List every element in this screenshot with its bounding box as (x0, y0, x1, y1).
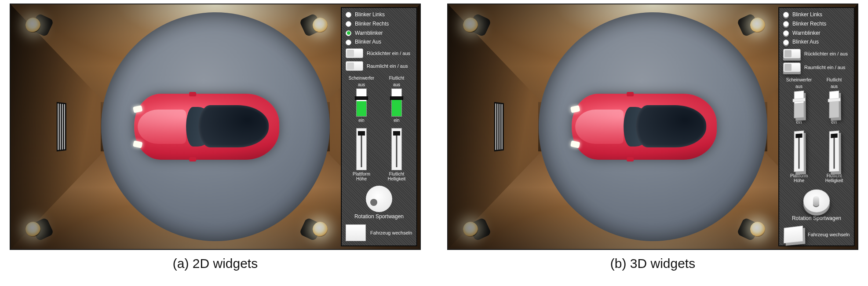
dial-icon[interactable] (366, 186, 392, 212)
softbox-left (57, 102, 66, 151)
radio-dot-icon[interactable] (783, 21, 789, 27)
dial-label: Rotation Sportwagen (354, 214, 404, 220)
radio-label: Blinker Links (355, 12, 385, 18)
rotation-dial[interactable]: Rotation Sportwagen (783, 187, 850, 222)
slider-floodlight[interactable]: Flutlicht aus ein (383, 76, 410, 123)
mirror-icon (189, 157, 196, 161)
radio-dot-icon[interactable] (346, 12, 351, 18)
toggle-label: Rücklichter ein / aus (804, 51, 848, 57)
onoff-slider-group: Scheinwerfer aus ein Flutlicht aus ein (346, 76, 412, 123)
control-panel-2d: Blinker LinksBlinker RechtsWarnblinkerBl… (341, 7, 417, 246)
vertical-slider-icon[interactable] (356, 128, 367, 170)
car-roof (636, 105, 706, 147)
button-label: Fahrzeug wechseln (808, 232, 850, 238)
slider-label: Scheinwerfer (786, 77, 812, 83)
toggle-switch-icon[interactable] (346, 48, 363, 58)
change-vehicle-button[interactable]: Fahrzeug wechseln (783, 226, 850, 243)
slider-platform-height[interactable]: Plattform Höhe (785, 130, 813, 183)
radio-label: Warnblinker (355, 30, 383, 37)
slider-on-label: ein (831, 120, 837, 125)
vertical-slider-icon[interactable] (794, 91, 804, 118)
radio-warnblinker[interactable]: Warnblinker (346, 30, 412, 37)
button-icon[interactable] (346, 224, 366, 241)
radio-label: Blinker Aus (355, 39, 381, 45)
slider-label: Scheinwerfer (349, 76, 374, 81)
button-label: Fahrzeug wechseln (370, 230, 412, 236)
caption-a: (a) 2D widgets (173, 256, 258, 271)
radio-dot-icon[interactable] (783, 40, 789, 45)
radio-blinker-links[interactable]: Blinker Links (346, 12, 412, 18)
radio-label: Blinker Aus (792, 39, 819, 45)
dial-label: Rotation Sportwagen (792, 216, 841, 222)
car-roof (198, 105, 269, 147)
toggle-label: Raumlicht ein / aus (804, 65, 846, 70)
slider-on-label: ein (796, 120, 802, 125)
headlight-icon (570, 140, 580, 148)
value-slider-group: Plattform Höhe Flutlicht Helligkeit (346, 128, 412, 182)
toggle-taillights[interactable]: Rücklichter ein / aus (346, 48, 412, 58)
onoff-slider-group: Scheinwerfer aus ein Flutlicht aus ein (783, 77, 850, 125)
toggle-roomlight[interactable]: Raumlicht ein / aus (346, 61, 412, 71)
radio-blinker-links[interactable]: Blinker Links (783, 12, 850, 18)
slider-on-label: ein (394, 118, 399, 123)
vertical-slider-icon[interactable] (829, 91, 839, 118)
caption-b: (b) 3D widgets (610, 256, 695, 271)
toggle-roomlight[interactable]: Raumlicht ein / aus (783, 62, 850, 73)
vertical-slider-icon[interactable] (391, 88, 402, 117)
toggle-taillights[interactable]: Rücklichter ein / aus (783, 48, 850, 59)
vertical-slider-icon[interactable] (356, 88, 367, 117)
slider-flood-brightness[interactable]: Flutlicht Helligkeit (821, 130, 848, 183)
radio-blinker-rechts[interactable]: Blinker Rechts (783, 21, 850, 27)
mirror-icon (627, 157, 634, 161)
slider-headlights[interactable]: Scheinwerfer aus ein (785, 77, 813, 125)
radio-label: Warnblinker (792, 30, 821, 37)
slider-label: Flutlicht (827, 77, 842, 83)
toggle-label: Rücklichter ein / aus (367, 51, 410, 56)
radio-dot-icon[interactable] (783, 30, 789, 36)
toggle-switch-icon[interactable] (783, 62, 801, 72)
subfigure-a: Blinker LinksBlinker RechtsWarnblinkerBl… (10, 4, 421, 271)
toggle-label: Raumlicht ein / aus (367, 63, 408, 69)
vertical-slider-icon[interactable] (391, 128, 402, 170)
car-hood (575, 110, 624, 144)
slider-headlights[interactable]: Scheinwerfer aus ein (348, 76, 375, 123)
radio-blinker-aus[interactable]: Blinker Aus (783, 39, 850, 45)
rotation-dial[interactable]: Rotation Sportwagen (346, 186, 412, 220)
slider-on-label: ein (358, 118, 364, 123)
radio-dot-icon[interactable] (346, 30, 351, 36)
mirror-icon (189, 92, 196, 96)
toggle-switch-icon[interactable] (346, 61, 363, 71)
radio-warnblinker[interactable]: Warnblinker (783, 30, 850, 37)
car-hood (138, 110, 186, 144)
vertical-slider-icon[interactable] (794, 130, 804, 172)
subfigure-b: Blinker LinksBlinker RechtsWarnblinkerBl… (447, 4, 858, 271)
radio-label: Blinker Links (792, 12, 822, 18)
slider-off-label: aus (795, 84, 802, 89)
headlight-icon (132, 140, 142, 148)
radio-dot-icon[interactable] (783, 12, 789, 18)
slider-platform-height[interactable]: Plattform Höhe (348, 128, 375, 182)
slider-off-label: aus (393, 82, 400, 88)
slider-label: Flutlicht Helligkeit (383, 172, 410, 182)
scene-a: Blinker LinksBlinker RechtsWarnblinkerBl… (10, 4, 421, 250)
button-icon[interactable] (784, 226, 803, 244)
slider-off-label: aus (358, 82, 365, 88)
radio-blinker-rechts[interactable]: Blinker Rechts (346, 21, 412, 27)
scene-b: Blinker LinksBlinker RechtsWarnblinkerBl… (447, 4, 858, 250)
toggle-switch-icon[interactable] (783, 49, 801, 59)
radio-dot-icon[interactable] (346, 40, 351, 45)
dial-icon[interactable] (803, 189, 830, 212)
slider-floodlight[interactable]: Flutlicht aus ein (821, 77, 848, 125)
radio-dot-icon[interactable] (346, 21, 351, 27)
slider-flood-brightness[interactable]: Flutlicht Helligkeit (383, 128, 410, 182)
car-sportscar (134, 94, 279, 160)
slider-label: Flutlicht Helligkeit (821, 173, 848, 183)
softbox-left (494, 102, 504, 151)
control-panel-3d: Blinker LinksBlinker RechtsWarnblinkerBl… (778, 7, 855, 246)
radio-label: Blinker Rechts (792, 21, 826, 27)
value-slider-group: Plattform Höhe Flutlicht Helligkeit (783, 130, 850, 183)
slider-off-label: aus (831, 84, 838, 89)
change-vehicle-button[interactable]: Fahrzeug wechseln (346, 224, 412, 241)
radio-blinker-aus[interactable]: Blinker Aus (346, 39, 412, 45)
vertical-slider-icon[interactable] (829, 130, 839, 172)
